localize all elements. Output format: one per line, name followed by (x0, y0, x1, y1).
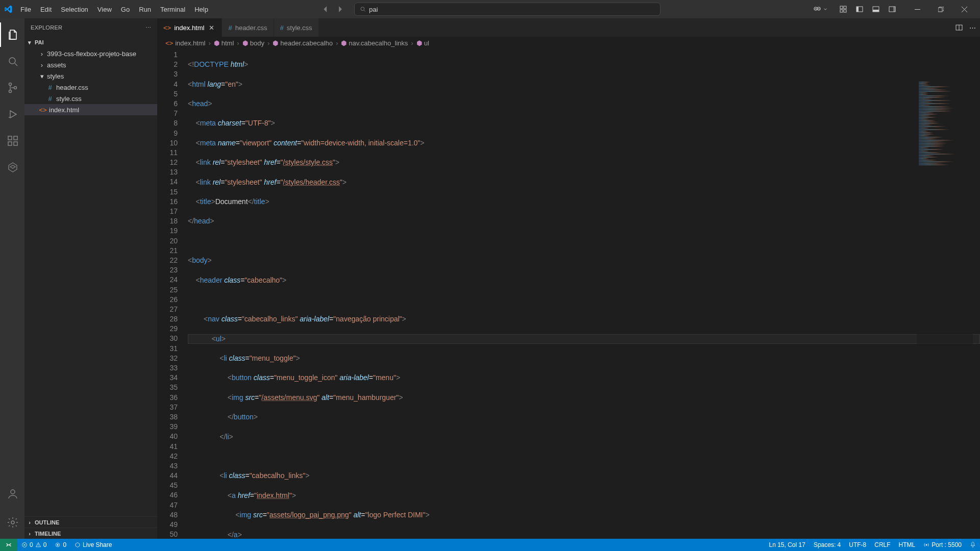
svg-rect-9 (844, 10, 846, 12)
live-share-icon[interactable] (0, 155, 24, 180)
html-file-icon: <> (39, 106, 47, 114)
svg-rect-16 (915, 9, 920, 10)
status-problems[interactable]: 0 0 (17, 539, 51, 551)
layout-customize-icon[interactable] (836, 3, 850, 15)
status-ports[interactable]: 0 (51, 539, 70, 551)
explorer-title: EXPLORER (31, 24, 62, 31)
css-file-icon: # (46, 95, 54, 103)
svg-point-38 (926, 544, 927, 546)
svg-point-22 (14, 87, 17, 89)
explorer-icon[interactable] (0, 22, 24, 47)
tree-file-index[interactable]: <> index.html (24, 104, 157, 115)
svg-rect-6 (840, 6, 843, 9)
editor: <> index.html ✕ # header.css # style.css… (157, 18, 980, 539)
svg-point-5 (818, 8, 819, 9)
settings-gear-icon[interactable] (0, 510, 24, 535)
svg-line-19 (15, 63, 17, 66)
code-editor[interactable]: 1234567891011121314151617181920212223242… (157, 49, 980, 539)
menu-run[interactable]: Run (135, 4, 155, 15)
tree-file-stylecss[interactable]: # style.css (24, 93, 157, 104)
svg-point-0 (361, 7, 364, 11)
svg-line-1 (364, 10, 365, 11)
outline-section[interactable]: › OUTLINE (24, 516, 157, 528)
chevron-right-icon: › (267, 39, 270, 47)
menu-help[interactable]: Help (190, 4, 212, 15)
window-minimize-icon[interactable] (905, 0, 929, 18)
svg-point-23 (9, 117, 10, 118)
tab-header[interactable]: # header.css (222, 18, 274, 37)
nav-forward-icon[interactable] (334, 3, 346, 15)
minimap[interactable] (917, 80, 973, 539)
svg-point-20 (9, 83, 12, 86)
symbol-icon: ⬢ (214, 39, 219, 47)
menu-terminal[interactable]: Terminal (156, 4, 189, 15)
menu-selection[interactable]: Selection (57, 4, 92, 15)
tree-folder-base[interactable]: › 3993-css-flexbox-projeto-base (24, 48, 157, 59)
status-language[interactable]: HTML (895, 541, 920, 548)
chevron-down-icon: ▾ (39, 72, 45, 80)
toggle-panel-icon[interactable] (869, 3, 883, 15)
svg-point-28 (11, 490, 15, 494)
toggle-primary-sidebar-icon[interactable] (852, 3, 867, 15)
chevron-right-icon: › (39, 61, 45, 69)
tree-folder-assets[interactable]: › assets (24, 59, 157, 70)
copilot-icon[interactable] (813, 5, 828, 13)
code-content[interactable]: <!DOCTYPE html> <html lang="en"> <head> … (188, 49, 980, 539)
status-indentation[interactable]: Spaces: 4 (810, 541, 845, 548)
source-control-icon[interactable] (0, 76, 24, 100)
svg-rect-27 (14, 136, 17, 140)
split-editor-icon[interactable] (955, 23, 963, 32)
status-eol[interactable]: CRLF (870, 541, 894, 548)
tree-folder-styles[interactable]: ▾ styles (24, 70, 157, 82)
breadcrumbs[interactable]: <>index.html › ⬢html › ⬢body › ⬢header.c… (157, 37, 980, 49)
chevron-right-icon: › (237, 39, 239, 47)
toggle-secondary-sidebar-icon[interactable] (885, 3, 899, 15)
explorer-more-icon[interactable]: ⋯ (145, 24, 151, 31)
status-notifications-icon[interactable] (966, 541, 980, 547)
status-live-server[interactable]: Port : 5500 (919, 541, 966, 548)
chevron-down-icon: ▾ (27, 39, 33, 46)
window-restore-icon[interactable] (929, 0, 952, 18)
menu-edit[interactable]: Edit (36, 4, 56, 15)
tab-style[interactable]: # style.css (274, 18, 319, 37)
svg-rect-17 (938, 8, 942, 12)
chevron-right-icon: › (336, 39, 338, 47)
status-cursor-pos[interactable]: Ln 15, Col 17 (765, 541, 810, 548)
remote-indicator-icon[interactable] (0, 539, 17, 551)
menu-view[interactable]: View (93, 4, 116, 15)
search-activity-icon[interactable] (0, 49, 24, 73)
menu-go[interactable]: Go (117, 4, 134, 15)
nav-back-icon[interactable] (320, 3, 332, 15)
more-actions-icon[interactable]: ⋯ (969, 24, 976, 32)
accounts-icon[interactable] (0, 482, 24, 506)
line-gutter: 1234567891011121314151617181920212223242… (157, 49, 188, 539)
css-file-icon: # (228, 24, 232, 32)
symbol-icon: ⬢ (341, 39, 347, 47)
command-center-search[interactable]: pai (354, 3, 660, 16)
close-icon[interactable]: ✕ (207, 23, 215, 32)
svg-rect-24 (8, 136, 12, 140)
status-live-share[interactable]: Live Share (70, 539, 116, 551)
search-icon (360, 6, 366, 12)
svg-rect-13 (873, 10, 879, 12)
chevron-right-icon: › (27, 519, 33, 525)
tab-index[interactable]: <> index.html ✕ (157, 18, 222, 37)
tree-file-headercss[interactable]: # header.css (24, 82, 157, 93)
chevron-right-icon: › (411, 39, 413, 47)
folder-root[interactable]: ▾ PAI (24, 37, 157, 48)
window-close-icon[interactable] (952, 0, 976, 18)
run-debug-icon[interactable] (0, 102, 24, 127)
menu-bar: File Edit Selection View Go Run Terminal… (16, 4, 212, 15)
timeline-section[interactable]: › TIMELINE (24, 528, 157, 539)
extensions-icon[interactable] (0, 129, 24, 153)
symbol-icon: ⬢ (242, 39, 248, 47)
svg-point-29 (11, 521, 14, 524)
command-center: pai (320, 3, 660, 16)
svg-rect-26 (14, 142, 17, 145)
svg-rect-15 (893, 7, 895, 12)
status-bar: 0 0 0 Live Share Ln 15, Col 17 Spaces: 4… (0, 539, 980, 551)
status-encoding[interactable]: UTF-8 (845, 541, 870, 548)
menu-file[interactable]: File (16, 4, 35, 15)
editor-tabs: <> index.html ✕ # header.css # style.css… (157, 18, 980, 37)
chevron-right-icon: › (208, 39, 210, 47)
